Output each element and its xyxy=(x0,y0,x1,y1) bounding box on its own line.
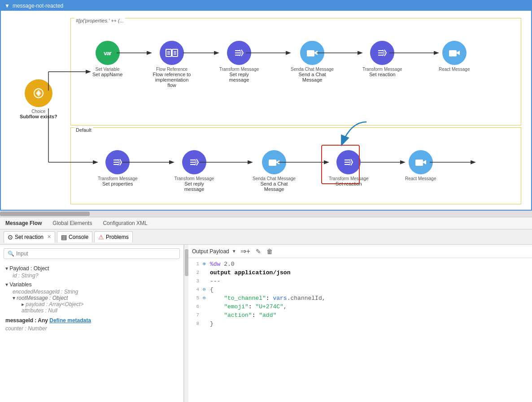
tab-message-flow[interactable]: Message Flow xyxy=(4,219,44,227)
payload-object-item[interactable]: ▾ Payload : Object xyxy=(4,264,180,272)
transform-msg2-label-bottom: Set reaction xyxy=(369,72,396,77)
scrollbar-thumb-right[interactable] xyxy=(185,249,188,276)
choice-node[interactable]: Choice Subflow exists? xyxy=(20,79,57,119)
define-metadata-link[interactable]: Define metadata xyxy=(49,317,91,324)
flow-reference-node[interactable]: Flow Reference Flow reference to impleme… xyxy=(152,41,192,88)
transform-msg5-node[interactable]: Transform Message Set reaction xyxy=(329,150,369,186)
variables-item[interactable]: ▾ Variables xyxy=(4,281,180,289)
line-num-7: 7 xyxy=(190,312,203,318)
tab-bar: Message Flow Global Elements Configurati… xyxy=(0,217,532,229)
horizontal-scrollbar[interactable] xyxy=(0,211,532,217)
payload-id-label: id : String? xyxy=(13,272,38,279)
react-msg1-node[interactable]: React Message xyxy=(439,41,470,72)
transform-msg3-label-top: Transform Message xyxy=(98,176,138,181)
upper-group: #[p('properties.' ++ (... var Set Variab… xyxy=(70,18,521,125)
panel-tab-problems[interactable]: ⚠ Problems xyxy=(94,231,133,242)
lower-group-title: Default xyxy=(74,127,93,133)
search-input[interactable] xyxy=(16,251,176,257)
transform-msg5-label-top: Transform Message xyxy=(329,176,369,181)
send-chat2-label-top: Senda Chat Message xyxy=(253,176,296,181)
dropdown-arrow-icon[interactable]: ▼ xyxy=(232,249,236,254)
line-gutter-1[interactable]: ⊕ xyxy=(203,261,210,267)
transform-msg2-circle xyxy=(370,41,394,65)
payload-array-item[interactable]: ▸ payload : Array<Object> xyxy=(4,301,180,307)
panel-tabs: ⊙ Set reaction ✕ ▤ Console ⚠ Problems xyxy=(0,229,532,245)
code-line-3: 3 --- xyxy=(188,278,532,286)
tab-global-elements[interactable]: Global Elements xyxy=(51,219,94,227)
transform-msg3-node[interactable]: Transform Message Set properties xyxy=(98,150,138,186)
encoded-message-label: encodedMessageId : String xyxy=(13,289,78,295)
close-tab-icon[interactable]: ✕ xyxy=(47,234,51,240)
code-editor[interactable]: 1 ⊕ %dw 2.0 2 output application/json 3 … xyxy=(188,258,532,402)
line-num-8: 8 xyxy=(190,320,203,326)
send-chat1-circle xyxy=(300,41,324,65)
flow-title-bar: ▼ message-not-reacted xyxy=(1,1,531,11)
payload-id-item: id : String? xyxy=(4,272,180,279)
transform-msg2-label-top: Transform Message xyxy=(362,67,402,72)
send-chat2-label-bottom: Send a Chat Message xyxy=(254,181,294,192)
code-content-6: "emoji": "U+274C", xyxy=(210,303,530,310)
root-message-item[interactable]: ▾ rootMessage : Object xyxy=(4,295,180,301)
left-panel-scrollbar[interactable] xyxy=(184,245,188,402)
transform-msg4-circle xyxy=(182,150,206,174)
transform-msg1-label-bottom: Set reply message xyxy=(219,72,259,82)
payload-array-label: payload : Array<Object> xyxy=(26,301,83,307)
root-message-label: rootMessage : Object xyxy=(17,295,68,301)
search-icon: 🔍 xyxy=(8,251,14,257)
code-line-1: 1 ⊕ %dw 2.0 xyxy=(188,261,532,269)
transform-msg4-node[interactable]: Transform Message Set reply message xyxy=(174,150,214,192)
send-chat2-node[interactable]: Senda Chat Message Send a Chat Message xyxy=(253,150,296,192)
choice-label-top: Choice xyxy=(31,109,45,114)
toolbar-delete-btn[interactable]: 🗑 xyxy=(265,247,274,255)
flow-reference-label-top: Flow Reference xyxy=(156,67,188,72)
choice-circle xyxy=(25,79,52,107)
set-variable-node[interactable]: var Set Variable Set appName xyxy=(92,41,122,77)
attributes-item: attributes : Null xyxy=(4,307,180,314)
problems-tab-label: Problems xyxy=(106,234,129,240)
send-chat1-node[interactable]: Senda Chat Message Send a Chat Message xyxy=(291,41,334,82)
svg-rect-12 xyxy=(415,160,423,166)
line-num-2: 2 xyxy=(190,269,203,275)
choice-label-bottom: Subflow exists? xyxy=(20,114,57,119)
panel-tab-console[interactable]: ▤ Console xyxy=(57,231,92,242)
flow-canvas: ▼ message-not-reacted Choice Subflow exi… xyxy=(0,0,532,211)
line-gutter-5[interactable]: ⊖ xyxy=(203,295,210,301)
expand-icon[interactable]: ▼ xyxy=(4,3,10,9)
code-content-4: { xyxy=(210,286,530,293)
problems-tab-icon: ⚠ xyxy=(98,233,104,241)
transform-msg5-label-bottom: Set reaction xyxy=(336,181,362,186)
tab-configuration-xml[interactable]: Configuration XML xyxy=(101,219,149,227)
transform-msg1-node[interactable]: Transform Message Set reply message xyxy=(219,41,259,82)
svg-rect-5 xyxy=(449,50,457,56)
code-line-2: 2 output application/json xyxy=(188,269,532,278)
console-tab-icon: ▤ xyxy=(61,233,67,241)
line-num-1: 1 xyxy=(190,261,203,267)
panel-tab-set-reaction[interactable]: ⊙ Set reaction ✕ xyxy=(4,231,55,243)
code-content-8: } xyxy=(210,320,530,327)
set-reaction-tab-label: Set reaction xyxy=(15,234,44,240)
line-gutter-4[interactable]: ⊖ xyxy=(203,286,210,292)
flow-reference-circle xyxy=(160,41,184,65)
line-num-6: 6 xyxy=(190,303,203,309)
counter-label: counter : Number xyxy=(5,325,47,332)
code-line-5: 5 ⊖ "to_channel": vars.channelId, xyxy=(188,295,532,303)
code-line-8: 8 } xyxy=(188,320,532,329)
toolbar-edit-btn[interactable]: ✎ xyxy=(254,247,262,255)
transform-msg2-node[interactable]: Transform Message Set reaction xyxy=(362,41,402,77)
react-msg2-node[interactable]: React Message xyxy=(405,150,436,181)
react-msg1-label-top: React Message xyxy=(439,67,470,72)
scrollbar-thumb[interactable] xyxy=(0,212,90,216)
counter-item: counter : Number xyxy=(4,324,180,333)
flow-title: message-not-reacted xyxy=(13,3,63,9)
toolbar-add-btn[interactable]: ⇒+ xyxy=(239,246,252,256)
transform-msg1-circle xyxy=(227,41,251,65)
transform-msg3-circle xyxy=(105,150,130,174)
set-reaction-tab-icon: ⊙ xyxy=(8,233,13,241)
react-msg2-label-top: React Message xyxy=(405,176,436,181)
set-variable-circle: var xyxy=(96,41,120,65)
lower-group: Default Transform Message Set properties xyxy=(70,127,521,204)
code-content-3: --- xyxy=(210,278,530,285)
search-box: 🔍 xyxy=(4,248,180,259)
transform-msg1-label-top: Transform Message xyxy=(219,67,259,72)
flow-reference-label-bottom: Flow reference to implementation flow xyxy=(152,72,192,88)
